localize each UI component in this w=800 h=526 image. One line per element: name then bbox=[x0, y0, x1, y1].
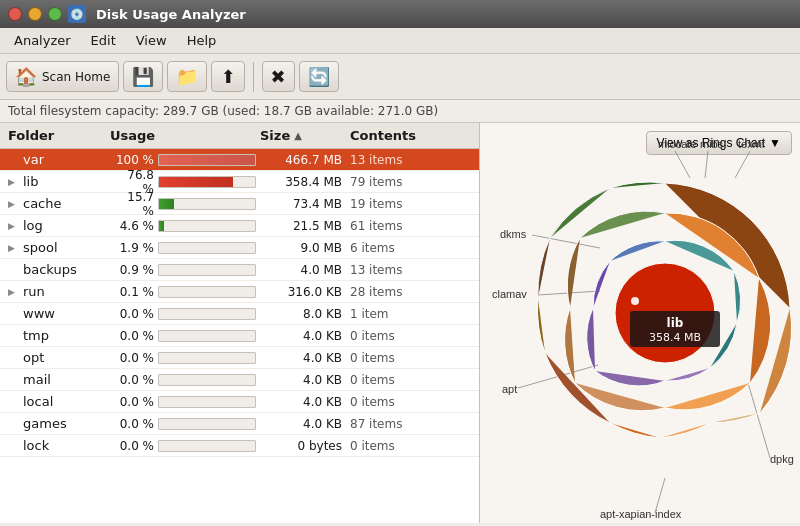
menu-edit[interactable]: Edit bbox=[81, 31, 126, 50]
table-row[interactable]: www 0.0 % 8.0 KB 1 item bbox=[0, 303, 479, 325]
row-usage: 0.0 % bbox=[110, 439, 260, 453]
stop-button[interactable]: ✖ bbox=[262, 61, 295, 92]
table-row[interactable]: local 0.0 % 4.0 KB 0 items bbox=[0, 391, 479, 413]
sort-arrow-icon: ▲ bbox=[294, 130, 302, 141]
label-dpkg: dpkg bbox=[770, 453, 794, 465]
col-header-size[interactable]: Size ▲ bbox=[260, 128, 350, 143]
up-button[interactable]: ⬆ bbox=[211, 61, 244, 92]
label-texmf: texmf bbox=[738, 138, 766, 150]
menu-analyzer[interactable]: Analyzer bbox=[4, 31, 81, 50]
label-mlocate: mlocate bbox=[658, 138, 697, 150]
row-size: 466.7 MB bbox=[260, 153, 350, 167]
table-row[interactable]: backups 0.9 % 4.0 MB 13 items bbox=[0, 259, 479, 281]
usage-bar bbox=[158, 154, 256, 166]
ring-segment bbox=[665, 383, 750, 410]
row-usage: 0.0 % bbox=[110, 417, 260, 431]
row-contents: 0 items bbox=[350, 373, 479, 387]
row-size: 73.4 MB bbox=[260, 197, 350, 211]
menu-view[interactable]: View bbox=[126, 31, 177, 50]
row-usage: 1.9 % bbox=[110, 241, 260, 255]
table-row[interactable]: games 0.0 % 4.0 KB 87 items bbox=[0, 413, 479, 435]
cursor-indicator bbox=[631, 297, 639, 305]
row-name: tmp bbox=[0, 328, 110, 343]
table-row[interactable]: lock 0.0 % 0 bytes 0 items bbox=[0, 435, 479, 457]
row-size: 316.0 KB bbox=[260, 285, 350, 299]
menu-help[interactable]: Help bbox=[177, 31, 227, 50]
titlebar: 💿 Disk Usage Analyzer bbox=[0, 0, 800, 28]
table-row[interactable]: tmp 0.0 % 4.0 KB 0 items bbox=[0, 325, 479, 347]
usage-percent: 0.0 % bbox=[114, 329, 154, 343]
row-usage: 4.6 % bbox=[110, 219, 260, 233]
label-apt: apt bbox=[502, 383, 517, 395]
row-contents: 19 items bbox=[350, 197, 479, 211]
usage-percent: 4.6 % bbox=[114, 219, 154, 233]
expander-icon: ▶ bbox=[8, 243, 20, 253]
ring-segment bbox=[593, 261, 610, 308]
table-row[interactable]: ▶ run 0.1 % 316.0 KB 28 items bbox=[0, 281, 479, 303]
chart-panel: View as Rings Chart ▼ mlocate mibs texmf… bbox=[480, 123, 800, 523]
refresh-button[interactable]: 🔄 bbox=[299, 61, 339, 92]
row-contents: 1 item bbox=[350, 307, 479, 321]
tooltip-name: lib bbox=[667, 316, 684, 330]
main-content: Folder Usage Size ▲ Contents var 100 % bbox=[0, 123, 800, 523]
folder-icon: 📁 bbox=[176, 66, 198, 87]
row-size: 4.0 KB bbox=[260, 395, 350, 409]
usage-bar bbox=[158, 374, 256, 386]
bar-fill bbox=[159, 155, 255, 165]
scan-home-button[interactable]: 🏠 Scan Home bbox=[6, 61, 119, 92]
table-row[interactable]: mail 0.0 % 4.0 KB 0 items bbox=[0, 369, 479, 391]
table-row[interactable]: ▶ spool 1.9 % 9.0 MB 6 items bbox=[0, 237, 479, 259]
bar-fill bbox=[159, 265, 160, 275]
expander-icon: ▶ bbox=[8, 177, 20, 187]
row-usage: 0.0 % bbox=[110, 373, 260, 387]
minimize-button[interactable] bbox=[28, 7, 42, 21]
close-button[interactable] bbox=[8, 7, 22, 21]
row-usage: 0.9 % bbox=[110, 263, 260, 277]
row-size: 8.0 KB bbox=[260, 307, 350, 321]
col-header-contents[interactable]: Contents bbox=[350, 128, 479, 143]
row-usage: 0.0 % bbox=[110, 395, 260, 409]
usage-bar bbox=[158, 330, 256, 342]
scan-filesystem-button[interactable]: 💾 bbox=[123, 61, 163, 92]
row-contents: 28 items bbox=[350, 285, 479, 299]
bar-fill bbox=[159, 199, 174, 209]
row-contents: 13 items bbox=[350, 153, 479, 167]
row-name: ▶ run bbox=[0, 284, 110, 299]
row-contents: 61 items bbox=[350, 219, 479, 233]
row-contents: 0 items bbox=[350, 395, 479, 409]
toolbar: 🏠 Scan Home 💾 📁 ⬆ ✖ 🔄 bbox=[0, 54, 800, 100]
label-clamav: clamav bbox=[492, 288, 527, 300]
row-name: var bbox=[0, 152, 110, 167]
col-header-folder[interactable]: Folder bbox=[0, 128, 110, 143]
usage-bar bbox=[158, 396, 256, 408]
ring-segment bbox=[537, 298, 545, 353]
table-row[interactable]: ▶ cache 15.7 % 73.4 MB 19 items bbox=[0, 193, 479, 215]
table-row[interactable]: ▶ log 4.6 % 21.5 MB 61 items bbox=[0, 215, 479, 237]
table-row[interactable]: opt 0.0 % 4.0 KB 0 items bbox=[0, 347, 479, 369]
ring-segment bbox=[665, 368, 710, 381]
row-usage: 0.0 % bbox=[110, 329, 260, 343]
row-name: backups bbox=[0, 262, 110, 277]
row-size: 4.0 KB bbox=[260, 373, 350, 387]
ring-segment bbox=[710, 413, 760, 423]
expander-icon: ▶ bbox=[8, 199, 20, 209]
row-size: 21.5 MB bbox=[260, 219, 350, 233]
ring-segment bbox=[750, 278, 771, 383]
tooltip-size: 358.4 MB bbox=[649, 331, 701, 344]
usage-percent: 0.0 % bbox=[114, 307, 154, 321]
rings-chart: mlocate mibs texmf dkms clamav apt dpkg … bbox=[480, 123, 800, 523]
usage-bar bbox=[158, 220, 256, 232]
row-size: 4.0 KB bbox=[260, 417, 350, 431]
usage-bar bbox=[158, 198, 256, 210]
row-name: ▶ log bbox=[0, 218, 110, 233]
usage-percent: 0.0 % bbox=[114, 439, 154, 453]
maximize-button[interactable] bbox=[48, 7, 62, 21]
ring-segment bbox=[565, 308, 575, 383]
scan-folder-button[interactable]: 📁 bbox=[167, 61, 207, 92]
row-name: games bbox=[0, 416, 110, 431]
ring-segment bbox=[610, 423, 660, 438]
scan-home-label: Scan Home bbox=[42, 70, 110, 84]
usage-bar bbox=[158, 286, 256, 298]
col-header-usage[interactable]: Usage bbox=[110, 128, 260, 143]
row-contents: 0 items bbox=[350, 329, 479, 343]
